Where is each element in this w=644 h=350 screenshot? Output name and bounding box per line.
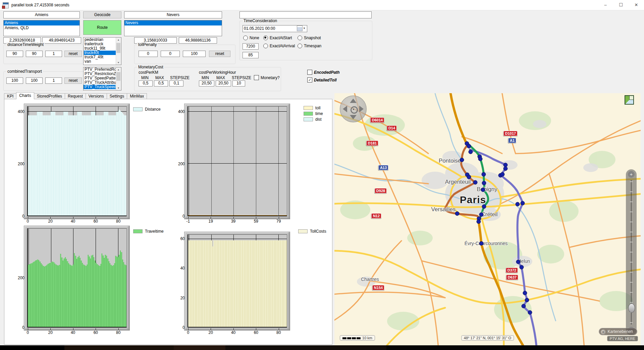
- tab-minmax[interactable]: MinMax: [127, 93, 147, 99]
- zoom-in-icon[interactable]: +: [628, 171, 635, 178]
- route-waypoint-dot[interactable]: [525, 298, 529, 302]
- route-waypoint-dot[interactable]: [467, 175, 471, 179]
- dest-lat-field[interactable]: 46,988861136: [179, 37, 217, 44]
- ct-field-1[interactable]: 100: [6, 77, 23, 84]
- route-waypoint-dot[interactable]: [460, 158, 464, 162]
- radio-icon[interactable]: [298, 44, 302, 48]
- map-zoom-slider[interactable]: + −: [626, 169, 637, 335]
- route-waypoint-dot[interactable]: [469, 150, 473, 154]
- route-waypoint-dot[interactable]: [481, 188, 485, 192]
- windows-taskbar[interactable]: [0, 345, 644, 350]
- extra-field[interactable]: [239, 11, 372, 18]
- close-button[interactable]: ✕: [629, 0, 644, 10]
- scroll-up-icon[interactable]: ▲: [116, 38, 121, 42]
- tab-storedprofiles[interactable]: StoredProfiles: [34, 93, 65, 99]
- route-button[interactable]: Route: [83, 20, 121, 35]
- toll-field-1[interactable]: 0: [139, 51, 158, 57]
- route-waypoint-dot[interactable]: [516, 260, 521, 264]
- tab-request[interactable]: Request: [65, 93, 86, 99]
- monetary-checkbox[interactable]: Monetary?: [254, 75, 280, 80]
- checkbox-icon[interactable]: ✓: [307, 77, 312, 82]
- wh-max-field[interactable]: 20,50: [216, 80, 231, 86]
- maximize-button[interactable]: ☐: [613, 0, 629, 10]
- slider-thumb[interactable]: [628, 303, 635, 313]
- km-min-field[interactable]: 0,5: [139, 80, 153, 86]
- radio-snapshot[interactable]: Snapshot: [298, 36, 321, 40]
- ct-reset-button[interactable]: reset: [64, 77, 82, 84]
- scroll-down-icon[interactable]: ▼: [116, 60, 121, 65]
- radio-icon[interactable]: [263, 44, 268, 48]
- destination-result-list[interactable]: Nevers: [124, 20, 222, 36]
- checkbox-icon[interactable]: [254, 75, 259, 80]
- vehicle-list[interactable]: pedestrian trailertruck truck11_99t truc…: [83, 37, 121, 65]
- radio-exact-at-arrival[interactable]: ExactAtArrival: [263, 44, 295, 48]
- encoded-path-checkbox[interactable]: EncodedPath: [307, 70, 340, 75]
- profile-list[interactable]: PTV_PreferredRoutes PTV_RestrictionZones…: [83, 67, 121, 91]
- route-waypoint-dot[interactable]: [520, 265, 524, 270]
- dtw-reset-button[interactable]: reset: [64, 51, 82, 57]
- ct-field-3[interactable]: 1: [45, 77, 62, 84]
- overview-map-icon[interactable]: [625, 95, 634, 105]
- chevron-down-icon[interactable]: ▼: [303, 27, 306, 30]
- minimize-button[interactable]: –: [598, 0, 613, 10]
- profile-list-scrollbar[interactable]: ▲ ▼: [116, 67, 121, 90]
- toll-field-2[interactable]: 0: [161, 51, 180, 57]
- calendar-icon[interactable]: [297, 25, 303, 31]
- pan-center-icon[interactable]: [351, 106, 358, 114]
- route-waypoint-dot[interactable]: [528, 310, 532, 315]
- km-step-field[interactable]: 0,1: [169, 80, 183, 86]
- route-waypoint-dot[interactable]: [503, 167, 508, 171]
- route-waypoint-dot[interactable]: [473, 180, 478, 185]
- route-waypoint-dot[interactable]: [477, 220, 481, 224]
- map-canvas[interactable]: PontoiseArgenteuilBobignyParisVersailles…: [334, 93, 641, 345]
- dtw-field-1[interactable]: 90: [6, 51, 23, 57]
- radio-icon[interactable]: [243, 36, 248, 40]
- route-waypoint-dot[interactable]: [482, 181, 486, 185]
- toll-field-3[interactable]: 100: [183, 51, 206, 57]
- pan-right-icon[interactable]: [359, 106, 364, 112]
- radio-timespan[interactable]: Timespan: [298, 44, 321, 48]
- dtw-field-3[interactable]: 1: [45, 51, 62, 57]
- pan-left-icon[interactable]: [343, 106, 347, 112]
- geocode-button[interactable]: Geocode: [83, 11, 121, 18]
- scroll-down-icon[interactable]: ▼: [116, 86, 121, 90]
- pan-up-icon[interactable]: [350, 99, 357, 103]
- scroll-up-icon[interactable]: ▲: [116, 67, 121, 72]
- origin-result-list[interactable]: Amiens Amiens, QLD: [3, 20, 80, 36]
- speed-field[interactable]: 85: [243, 52, 259, 58]
- map-pan-control[interactable]: [340, 96, 367, 122]
- route-waypoint-dot[interactable]: [482, 172, 486, 177]
- wh-min-field[interactable]: 20,50: [199, 80, 214, 86]
- detailed-toll-checkbox[interactable]: ✓ DetailedToll: [307, 77, 337, 82]
- list-item[interactable]: Amiens: [4, 20, 79, 25]
- radio-exact-at-start[interactable]: ExactAtStart: [263, 36, 292, 40]
- route-waypoint-dot[interactable]: [523, 291, 527, 295]
- origin-lat-field[interactable]: 49,894691423: [42, 37, 81, 44]
- list-item[interactable]: Amiens, QLD: [4, 25, 79, 31]
- tab-versions[interactable]: Versions: [86, 93, 107, 99]
- route-waypoint-dot[interactable]: [482, 205, 486, 209]
- route-waypoint-dot[interactable]: [479, 213, 484, 217]
- interval-field[interactable]: 7200: [243, 43, 259, 50]
- ct-field-2[interactable]: 100: [26, 77, 43, 84]
- tab-settings[interactable]: Settings: [107, 93, 127, 99]
- route-waypoint-dot[interactable]: [455, 212, 460, 216]
- tab-charts[interactable]: Charts: [16, 92, 34, 99]
- map-layers-button[interactable]: ▾ Kartenebenen: [599, 328, 637, 335]
- route-waypoint-dot[interactable]: [522, 304, 526, 308]
- destination-input[interactable]: Nevers: [124, 11, 222, 18]
- route-waypoint-dot[interactable]: [478, 157, 483, 161]
- radio-icon[interactable]: [263, 36, 268, 40]
- list-item[interactable]: Nevers: [124, 20, 222, 25]
- radio-none[interactable]: None: [243, 36, 259, 40]
- route-waypoint-dot[interactable]: [479, 241, 484, 246]
- checkbox-icon[interactable]: [307, 70, 312, 75]
- route-waypoint-dot[interactable]: [521, 201, 525, 206]
- km-max-field[interactable]: 0,5: [154, 80, 168, 86]
- route-waypoint-dot[interactable]: [500, 172, 505, 177]
- route-waypoint-dot[interactable]: [516, 202, 520, 207]
- origin-input[interactable]: Amiens: [3, 11, 80, 18]
- scrollbar-thumb[interactable]: [116, 43, 120, 53]
- toll-reset-button[interactable]: reset: [209, 51, 230, 57]
- route-waypoint-dot[interactable]: [467, 144, 471, 149]
